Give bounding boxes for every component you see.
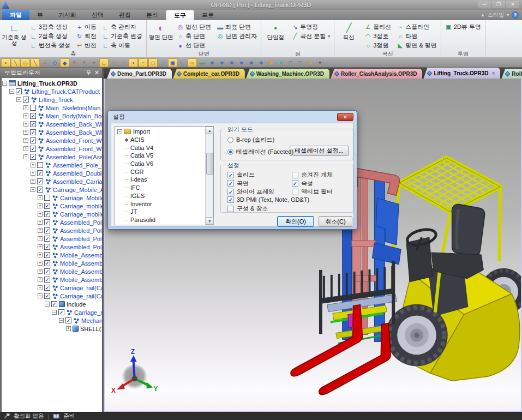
tree-item-assembled-pole[interactable]: +✓Assembled_Pole-...: [0, 218, 102, 226]
checkbox-icon[interactable]: ✓: [227, 180, 234, 187]
ribbon-collapse-icon[interactable]: ▲: [481, 13, 485, 17]
checkbox-icon[interactable]: [292, 172, 298, 178]
item-button[interactable]: ◣평면 & 평면: [394, 41, 439, 50]
document-tab-demo-part-opr3d[interactable]: Demo_Part.OPR3D: [107, 69, 172, 79]
document-tab-roller-clashanalysis-opr3d[interactable]: Roller_ClashAnalysis.OPR3D: [331, 69, 423, 79]
tree-item-mobile-assembly[interactable]: +✓Mobile_Assembly_...: [0, 259, 102, 267]
tree-checkbox[interactable]: ✓: [30, 129, 36, 135]
checkbox-icon[interactable]: ✓: [292, 180, 298, 187]
tree-checkbox[interactable]: ✓: [44, 293, 50, 299]
item-button[interactable]: •단일점: [263, 21, 288, 50]
collapse-icon[interactable]: −: [52, 310, 57, 315]
expand-icon[interactable]: +: [38, 285, 43, 290]
dialog-close-button[interactable]: ✕: [337, 113, 353, 121]
2-button[interactable]: ∟2점축 생성: [28, 32, 73, 41]
tree-item-mobile-assembly[interactable]: +✓Mobile_Assembly_...: [0, 267, 102, 275]
pin-icon[interactable]: [86, 70, 91, 76]
quick-tool-icon-12[interactable]: −: [109, 58, 118, 67]
read-mode-option-b-rep[interactable]: B-rep (솔리드): [227, 136, 274, 144]
quick-tool-icon-19[interactable]: ∟: [178, 58, 187, 67]
setting-item[interactable]: 숨겨진 개체: [292, 171, 333, 179]
setting-item[interactable]: ✓곡면: [227, 179, 249, 188]
tree-checkbox[interactable]: [44, 195, 50, 201]
scroll-thumb[interactable]: [206, 153, 213, 175]
expand-icon[interactable]: +: [38, 244, 43, 249]
quick-tool-icon-15[interactable]: ~: [139, 58, 148, 67]
menu-tab-item[interactable]: 도구: [166, 10, 194, 20]
quick-tool-icon-18[interactable]: ▣: [168, 58, 177, 67]
scroll-down-icon[interactable]: ▼: [206, 217, 214, 225]
tree-item-assembled-pole-skel[interactable]: +Assembled_Pole_Skel...: [0, 161, 102, 169]
tab-close-icon[interactable]: ×: [491, 70, 495, 76]
tree-checkbox[interactable]: ✓: [58, 309, 64, 315]
setting-item[interactable]: ✓솔리드: [227, 171, 255, 179]
setting-item[interactable]: 액티브 필터: [292, 188, 333, 196]
tree-item-assembled-back-wheel[interactable]: +✓Assembled_Back_Wheel(...: [0, 128, 102, 136]
item-button[interactable]: ↻회전: [74, 32, 99, 41]
format-item-inventor[interactable]: ─Inventor: [116, 200, 204, 208]
tree-item-include[interactable]: −✓Include: [0, 300, 102, 308]
tree-checkbox[interactable]: ✓: [44, 203, 50, 209]
minimize-button[interactable]: ─: [478, 1, 491, 8]
format-item-catia-v6[interactable]: ─Catia V6: [116, 160, 204, 168]
expand-icon[interactable]: +: [38, 277, 43, 282]
collapse-icon[interactable]: −: [117, 129, 122, 134]
tree-checkbox[interactable]: [30, 105, 36, 111]
expand-icon[interactable]: +: [23, 113, 28, 118]
quick-tool-icon-29[interactable]: ■: [276, 58, 285, 67]
collapse-icon[interactable]: −: [31, 187, 35, 192]
tree-checkbox[interactable]: ✓: [44, 244, 50, 250]
quick-tool-icon-3[interactable]: ◎: [21, 58, 30, 67]
menu-tab-item[interactable]: 편집: [111, 10, 139, 20]
quick-tool-icon-25[interactable]: ■: [237, 58, 246, 67]
quick-tool-icon-1[interactable]: •: [1, 58, 10, 67]
item-button[interactable]: ∟기준축 변경: [100, 32, 145, 41]
item-button[interactable]: ○타원: [394, 32, 439, 41]
tree-item-assembled-pole[interactable]: +✓Assembled_Pole-...: [0, 226, 102, 235]
tree-checkbox[interactable]: ✓: [23, 97, 29, 103]
tree-checkbox[interactable]: ✓: [30, 121, 36, 127]
tessellation-settings-button[interactable]: 테셀레이션 설정...: [290, 146, 349, 156]
tree-item-assembled-front-wheel[interactable]: +✓Assembled_Front_Wheel...: [0, 136, 102, 145]
setting-item[interactable]: 구성 & 참조: [227, 205, 268, 213]
quick-tool-icon-11[interactable]: ∟: [99, 58, 109, 67]
quick-tool-icon-32[interactable]: ≡: [305, 58, 315, 67]
expand-icon[interactable]: +: [23, 146, 28, 151]
item-button[interactable]: ∟축 이동: [100, 41, 145, 50]
item-button[interactable]: ◐평면 단면: [148, 21, 173, 50]
tree-item-assembled-back-wheel[interactable]: +✓Assembled_Back_Wheel(...: [0, 120, 102, 128]
document-tab-complete-car-opr3d[interactable]: Complete_car.OPR3D: [173, 69, 245, 79]
item-button[interactable]: ~스플라인: [394, 22, 439, 32]
3-button[interactable]: ◠3점호: [362, 32, 393, 41]
tree-checkbox[interactable]: ✓: [65, 317, 71, 323]
tree-item-carriage-mobile-ass[interactable]: −✓Carriage_Mobile_Ass...: [0, 185, 102, 194]
item-button[interactable]: ∟법선축 생성: [28, 41, 73, 50]
tree-checkbox[interactable]: ✓: [30, 146, 36, 152]
tree-item-lifting-truck-catproduct[interactable]: −✓Lifting_Truck.CATProduct: [0, 87, 102, 95]
tree-checkbox[interactable]: ✓: [44, 227, 50, 233]
item-button[interactable]: ∟기준축 생성: [2, 21, 27, 50]
expand-icon[interactable]: +: [23, 138, 28, 143]
quick-tool-icon-6[interactable]: ◇: [50, 58, 59, 67]
dialog-tree-scrollbar[interactable]: ▲ ▼: [205, 127, 213, 225]
quick-tool-icon-5[interactable]: ∴: [40, 58, 50, 67]
tree-checkbox[interactable]: ✓: [44, 268, 50, 274]
expand-icon[interactable]: +: [66, 326, 71, 331]
quick-tool-icon-31[interactable]: □: [296, 58, 305, 67]
checkbox-icon[interactable]: [292, 189, 298, 195]
help-icon[interactable]: ?: [512, 11, 519, 19]
quick-tool-icon-21[interactable]: ▬: [197, 58, 207, 67]
expand-icon[interactable]: +: [23, 122, 28, 127]
read-mode-option-faceted[interactable]: 테셀레이션 (Faceted): [227, 148, 293, 156]
format-item-ifc[interactable]: ─IFC: [116, 184, 204, 192]
quick-tool-icon-13[interactable]: −: [119, 58, 128, 67]
tree-checkbox[interactable]: ✓: [30, 137, 36, 143]
checkbox-icon[interactable]: [227, 206, 234, 212]
2d-button[interactable]: ▣2D뷰 투영: [443, 22, 483, 32]
expand-icon[interactable]: +: [38, 269, 43, 274]
radio-icon[interactable]: [227, 149, 233, 155]
format-item-i-deas[interactable]: ─I-deas: [116, 176, 204, 184]
tree-item-assembled-double-p[interactable]: +✓Assembled_Double_P...: [0, 169, 102, 177]
dialog-title-bar[interactable]: 설정 ✕: [108, 111, 357, 123]
checkbox-icon[interactable]: ✓: [227, 172, 234, 178]
